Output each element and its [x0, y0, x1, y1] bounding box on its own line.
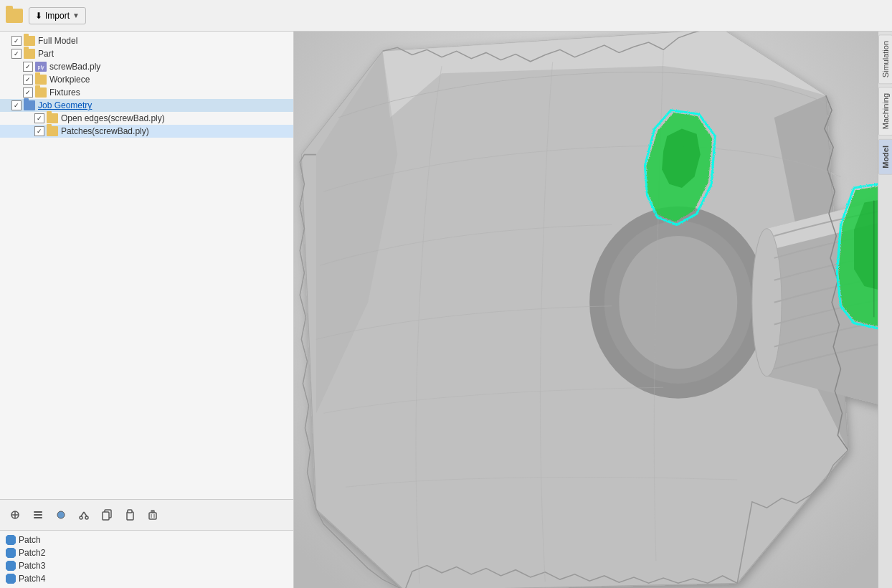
right-area: Simulation Machining Model — [294, 32, 892, 588]
patch-1-icon — [6, 535, 16, 545]
file-screwbad-icon: ply — [35, 62, 47, 72]
patch-2-label: Patch2 — [19, 548, 45, 558]
toolbar: ⬇ Import ▼ — [0, 0, 892, 32]
svg-rect-4 — [34, 514, 42, 516]
delete-button[interactable] — [143, 506, 162, 524]
tree-area: Full Model Part ply screwBad.ply Workpie… — [0, 32, 293, 499]
checkbox-full-model[interactable] — [11, 36, 22, 46]
tree-toolbar — [0, 499, 293, 531]
svg-point-7 — [80, 516, 82, 519]
tree-row-open-edges[interactable]: Open edges(screwBad.ply) — [0, 112, 293, 125]
tree-label-fixtures: Fixtures — [49, 87, 80, 98]
vertical-tabs: Simulation Machining Model — [878, 32, 892, 588]
folder-patches-icon — [47, 126, 58, 136]
patch-3-label: Patch3 — [19, 561, 45, 571]
tree-label-patches: Patches(screwBad.ply) — [61, 126, 149, 136]
tab-simulation[interactable]: Simulation — [878, 34, 893, 84]
paste-button[interactable] — [120, 506, 139, 524]
svg-line-10 — [84, 512, 87, 516]
patch-4-icon — [6, 574, 16, 584]
folder-icon — [6, 9, 23, 23]
folder-job-geometry-icon — [24, 100, 35, 110]
tree-label-screwbad: screwBad.ply — [49, 62, 100, 72]
import-label: Import — [45, 11, 70, 21]
tree-row-screwbad[interactable]: ply screwBad.ply — [0, 60, 293, 73]
tree-row-part[interactable]: Part — [0, 47, 293, 60]
cut-button[interactable] — [75, 506, 93, 524]
folder-workpiece-icon — [35, 75, 47, 85]
checkbox-patches[interactable] — [34, 126, 44, 136]
tab-machining[interactable]: Machining — [878, 87, 893, 136]
folder-full-model-icon — [24, 36, 35, 46]
patch-item-3[interactable]: Patch3 — [6, 559, 288, 572]
patch-list: Patch Patch2 Patch3 Patch4 — [0, 531, 293, 588]
checkbox-screwbad[interactable] — [23, 62, 33, 72]
import-icon: ⬇ — [35, 11, 42, 21]
tree-row-job-geometry[interactable]: Job Geometry — [0, 99, 293, 112]
left-panel: Full Model Part ply screwBad.ply Workpie… — [0, 32, 294, 588]
viewport[interactable] — [294, 32, 878, 588]
checkbox-workpiece[interactable] — [23, 75, 33, 85]
viewport-canvas — [294, 32, 878, 588]
list-button[interactable] — [29, 506, 47, 524]
checkbox-part[interactable] — [11, 49, 22, 59]
tree-label-full-model: Full Model — [38, 36, 77, 46]
copy-button[interactable] — [98, 506, 116, 524]
svg-point-23 — [619, 236, 737, 369]
folder-open-edges-icon — [47, 113, 58, 123]
checkbox-open-edges[interactable] — [34, 113, 44, 123]
svg-rect-16 — [149, 513, 156, 519]
svg-point-8 — [85, 516, 88, 519]
tab-model[interactable]: Model — [878, 139, 893, 175]
tree-row-patches[interactable]: Patches(screwBad.ply) — [0, 125, 293, 138]
svg-point-24 — [752, 229, 782, 376]
pointer-button[interactable] — [6, 506, 24, 524]
patch-item-4[interactable]: Patch4 — [6, 572, 288, 585]
patch-4-label: Patch4 — [19, 574, 45, 584]
svg-rect-3 — [34, 511, 42, 513]
checkbox-fixtures[interactable] — [23, 87, 33, 98]
svg-rect-5 — [34, 517, 42, 518]
svg-rect-12 — [103, 512, 109, 520]
folder-fixtures-icon — [35, 87, 47, 98]
tree-label-workpiece: Workpiece — [49, 75, 90, 85]
tree-row-fixtures[interactable]: Fixtures — [0, 86, 293, 99]
patch-item-1[interactable]: Patch — [6, 534, 288, 546]
checkbox-job-geometry[interactable] — [11, 100, 22, 110]
import-button[interactable]: ⬇ Import ▼ — [29, 7, 86, 24]
main-area: Full Model Part ply screwBad.ply Workpie… — [0, 32, 892, 588]
tree-row-full-model[interactable]: Full Model — [0, 34, 293, 47]
tree-label-job-geometry: Job Geometry — [38, 100, 92, 110]
svg-line-9 — [81, 512, 84, 516]
color-button[interactable] — [52, 506, 70, 524]
patch-item-2[interactable]: Patch2 — [6, 546, 288, 559]
tree-label-part: Part — [38, 49, 54, 59]
svg-rect-14 — [128, 510, 132, 513]
patch-2-icon — [6, 548, 16, 558]
tree-label-open-edges: Open edges(screwBad.ply) — [61, 113, 165, 123]
tree-row-workpiece[interactable]: Workpiece — [0, 73, 293, 86]
folder-part-icon — [24, 49, 35, 59]
patch-3-icon — [6, 561, 16, 571]
patch-1-label: Patch — [19, 535, 41, 545]
svg-point-6 — [57, 511, 65, 518]
import-arrow-icon: ▼ — [72, 11, 80, 19]
